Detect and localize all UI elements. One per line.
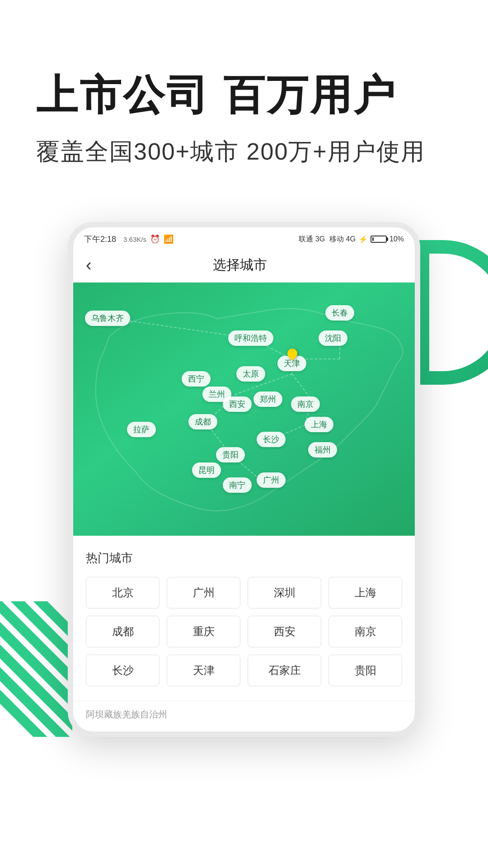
- status-bar-right: 联通 3G 移动 4G ⚡ 10%: [299, 235, 404, 244]
- top-section: 上市公司 百万用户 覆盖全国300+城市 200万+用户使用: [0, 0, 488, 195]
- city-button[interactable]: 石家庄: [248, 655, 321, 686]
- city-button[interactable]: 北京: [86, 577, 160, 609]
- nav-bar: ‹ 选择城市: [73, 248, 415, 283]
- battery-indicator: [371, 236, 387, 243]
- city-label[interactable]: 呼和浩特: [228, 330, 273, 346]
- city-label[interactable]: 广州: [257, 472, 286, 488]
- city-label[interactable]: 南京: [291, 396, 320, 412]
- wifi-icon: 📶: [164, 234, 174, 244]
- city-button[interactable]: 重庆: [167, 616, 240, 647]
- carrier2: 移动 4G: [329, 235, 356, 244]
- network-speed: 3.63K/s: [123, 236, 146, 243]
- city-labels: 乌鲁木齐长春沈阳呼和浩特天津太原西宁兰州西安郑州南京上海拉萨成都长沙福州贵阳昆明…: [73, 283, 415, 536]
- city-button[interactable]: 成都: [86, 616, 160, 647]
- battery-body: [371, 236, 387, 243]
- section-title: 热门城市: [86, 550, 402, 566]
- city-label[interactable]: 沈阳: [319, 330, 347, 346]
- city-button[interactable]: 上海: [328, 577, 402, 609]
- hot-cities-section: 热门城市 北京广州深圳上海成都重庆西安南京长沙天津石家庄贵阳: [73, 536, 415, 701]
- city-label[interactable]: 郑州: [253, 392, 282, 407]
- status-bar-left: 下午2:18 3.63K/s ⏰ 📶: [84, 234, 174, 245]
- city-button[interactable]: 广州: [167, 577, 240, 609]
- phone-section: 下午2:18 3.63K/s ⏰ 📶 联通 3G 移动 4G ⚡ 10% ‹ 选…: [0, 195, 488, 737]
- city-grid: 北京广州深圳上海成都重庆西安南京长沙天津石家庄贵阳: [86, 577, 402, 686]
- time: 下午2:18: [84, 234, 116, 245]
- city-label[interactable]: 乌鲁木齐: [85, 311, 130, 326]
- subtitle: 覆盖全国300+城市 200万+用户使用: [36, 136, 452, 168]
- city-label[interactable]: 西安: [223, 396, 252, 412]
- circle-decoration: [416, 240, 488, 385]
- flash-icon: ⚡: [358, 235, 368, 244]
- selected-city-pin: [287, 349, 297, 359]
- back-button[interactable]: ‹: [86, 255, 92, 275]
- carrier1: 联通 3G: [299, 235, 325, 244]
- city-label[interactable]: 长春: [325, 305, 354, 321]
- city-label[interactable]: 西宁: [182, 371, 211, 387]
- phone-frame: 下午2:18 3.63K/s ⏰ 📶 联通 3G 移动 4G ⚡ 10% ‹ 选…: [68, 222, 420, 737]
- city-button[interactable]: 长沙: [86, 655, 160, 686]
- city-label[interactable]: 上海: [305, 417, 333, 432]
- alarm-icon: ⏰: [150, 234, 160, 244]
- map-area[interactable]: 乌鲁木齐长春沈阳呼和浩特天津太原西宁兰州西安郑州南京上海拉萨成都长沙福州贵阳昆明…: [73, 283, 415, 536]
- city-label[interactable]: 福州: [308, 442, 337, 458]
- nav-title: 选择城市: [101, 256, 380, 274]
- city-label[interactable]: 太原: [236, 366, 265, 382]
- battery-percent: 10%: [389, 235, 404, 243]
- city-label[interactable]: 成都: [188, 414, 217, 429]
- city-button[interactable]: 天津: [167, 655, 240, 686]
- city-label[interactable]: 南宁: [223, 477, 252, 493]
- city-label[interactable]: 拉萨: [127, 422, 156, 437]
- city-button[interactable]: 深圳: [248, 577, 321, 609]
- city-button[interactable]: 西安: [248, 616, 321, 647]
- city-label[interactable]: 长沙: [257, 432, 286, 447]
- main-title: 上市公司 百万用户: [36, 72, 452, 118]
- city-button[interactable]: 南京: [328, 616, 402, 647]
- stripes-decoration: [0, 601, 72, 737]
- city-label[interactable]: 昆明: [192, 462, 221, 478]
- battery-fill: [372, 237, 374, 241]
- city-button[interactable]: 贵阳: [328, 655, 402, 686]
- city-label[interactable]: 贵阳: [216, 447, 245, 462]
- bottom-text: 阿坝藏族羌族自治州: [73, 701, 415, 731]
- status-bar: 下午2:18 3.63K/s ⏰ 📶 联通 3G 移动 4G ⚡ 10%: [73, 227, 415, 248]
